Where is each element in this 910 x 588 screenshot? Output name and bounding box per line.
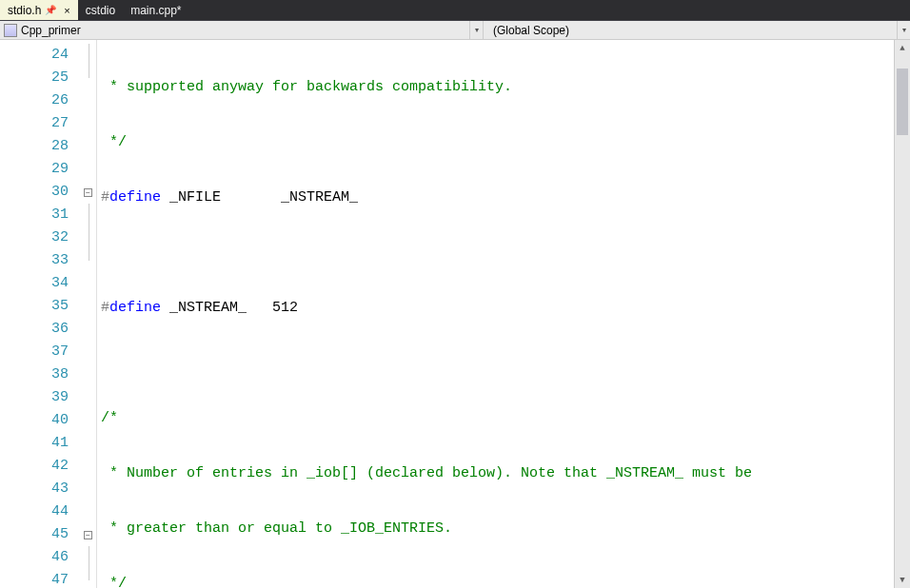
tab-label: stdio.h bbox=[8, 4, 41, 17]
line-number: 27 bbox=[0, 112, 69, 135]
line-number: 43 bbox=[0, 478, 69, 500]
line-number: 39 bbox=[0, 386, 69, 409]
scroll-up-icon[interactable]: ▲ bbox=[895, 40, 910, 56]
line-number: 38 bbox=[0, 363, 69, 386]
tab-cstdio[interactable]: cstdio bbox=[78, 0, 123, 20]
close-icon[interactable]: × bbox=[64, 5, 69, 16]
line-number: 42 bbox=[0, 455, 69, 478]
fold-toggle[interactable]: − bbox=[84, 188, 92, 197]
macro-name: _NSTREAM_ bbox=[169, 300, 247, 316]
project-icon bbox=[4, 24, 17, 37]
line-number: 47 bbox=[0, 569, 69, 588]
code-text: * Number of entries in _iob[] (declared … bbox=[101, 465, 752, 481]
code-text: /* bbox=[101, 410, 118, 426]
line-number: 29 bbox=[0, 158, 69, 181]
vertical-scrollbar[interactable]: ▲ ▼ bbox=[894, 40, 910, 588]
line-number: 30 bbox=[0, 181, 69, 204]
code-text: */ bbox=[101, 576, 127, 588]
line-number: 35 bbox=[0, 295, 69, 318]
tab-label: main.cpp* bbox=[130, 4, 181, 17]
scrollbar-thumb[interactable] bbox=[897, 69, 908, 135]
line-number: 33 bbox=[0, 249, 69, 272]
line-number: 41 bbox=[0, 432, 69, 455]
line-number: 45 bbox=[0, 523, 69, 546]
macro-value: 512 bbox=[272, 300, 298, 316]
scroll-down-icon[interactable]: ▼ bbox=[895, 572, 910, 588]
tab-bar: stdio.h 📌 × cstdio main.cpp* bbox=[0, 0, 910, 21]
line-number: 25 bbox=[0, 67, 69, 89]
global-scope-dropdown[interactable]: (Global Scope) ▾ bbox=[484, 21, 910, 39]
fold-toggle[interactable]: − bbox=[84, 531, 92, 539]
line-number: 28 bbox=[0, 135, 69, 158]
code-text: * greater than or equal to _IOB_ENTRIES. bbox=[101, 520, 452, 537]
line-number: 37 bbox=[0, 341, 69, 363]
code-text: */ bbox=[101, 134, 127, 150]
line-number: 24 bbox=[0, 44, 69, 67]
line-number: 46 bbox=[0, 546, 69, 569]
code-editor[interactable]: 24 25 26 27 28 29 30 31 32 33 34 35 36 3… bbox=[0, 40, 910, 588]
macro-value: _NSTREAM_ bbox=[281, 189, 358, 206]
line-number: 40 bbox=[0, 409, 69, 432]
scope-text: (Global Scope) bbox=[493, 24, 569, 37]
line-number: 26 bbox=[0, 89, 69, 112]
line-number-gutter: 24 25 26 27 28 29 30 31 32 33 34 35 36 3… bbox=[0, 40, 80, 588]
project-name: Cpp_primer bbox=[21, 24, 81, 37]
project-scope-dropdown[interactable]: Cpp_primer ▾ bbox=[0, 21, 484, 39]
code-text: * supported anyway for backwards compati… bbox=[101, 79, 512, 95]
macro-name: _NFILE bbox=[169, 189, 221, 206]
scope-bar: Cpp_primer ▾ (Global Scope) ▾ bbox=[0, 21, 910, 40]
line-number: 32 bbox=[0, 226, 69, 249]
tab-stdio-h[interactable]: stdio.h 📌 × bbox=[0, 0, 78, 20]
tab-main-cpp[interactable]: main.cpp* bbox=[123, 0, 188, 20]
chevron-down-icon[interactable]: ▾ bbox=[897, 21, 910, 39]
tab-label: cstdio bbox=[86, 4, 115, 17]
line-number: 34 bbox=[0, 272, 69, 295]
line-number: 36 bbox=[0, 318, 69, 341]
pin-icon[interactable]: 📌 bbox=[45, 5, 56, 15]
fold-column: − − bbox=[80, 40, 97, 588]
line-number: 31 bbox=[0, 204, 69, 226]
code-content[interactable]: * supported anyway for backwards compati… bbox=[97, 40, 910, 588]
chevron-down-icon[interactable]: ▾ bbox=[469, 21, 483, 39]
line-number: 44 bbox=[0, 500, 69, 523]
